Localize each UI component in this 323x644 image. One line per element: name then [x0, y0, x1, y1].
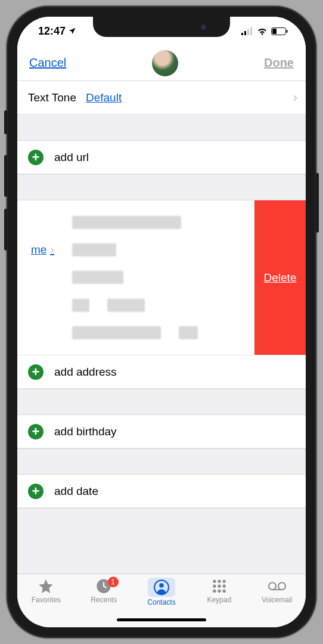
- tab-label: Favorites: [32, 596, 61, 604]
- wifi-icon: [257, 27, 268, 35]
- phone-frame: 12:47 Cancel Done Text Tone Default › +: [7, 6, 316, 638]
- clock-label: 12:47: [38, 25, 66, 38]
- svg-rect-3: [250, 27, 252, 35]
- section-gap: [17, 389, 306, 415]
- star-icon: [38, 578, 54, 595]
- section-gap: [17, 174, 306, 200]
- tab-label: Contacts: [147, 598, 175, 606]
- plus-icon: +: [28, 424, 44, 439]
- text-tone-row[interactable]: Text Tone Default ›: [17, 81, 306, 114]
- volume-down: [4, 209, 7, 250]
- tab-label: Voicemail: [262, 596, 292, 604]
- svg-point-17: [218, 589, 220, 592]
- svg-point-19: [269, 583, 276, 590]
- tab-favorites[interactable]: Favorites: [17, 578, 75, 615]
- content-scroll[interactable]: Text Tone Default › + add url me ›: [17, 81, 306, 574]
- svg-point-10: [213, 580, 216, 583]
- screen: 12:47 Cancel Done Text Tone Default › +: [17, 17, 306, 627]
- notch: [93, 17, 230, 37]
- add-address-row[interactable]: + add address: [17, 355, 306, 389]
- voicemail-icon: [268, 578, 287, 595]
- chevron-right-icon: ›: [50, 243, 54, 256]
- svg-rect-5: [272, 29, 277, 34]
- camera-dot: [201, 24, 206, 30]
- contact-icon: [154, 580, 169, 595]
- svg-point-14: [218, 584, 220, 587]
- address-type-partial: me: [31, 243, 46, 256]
- add-birthday-row[interactable]: + add birthday: [17, 415, 306, 448]
- redacted-line: [72, 271, 123, 284]
- text-tone-label: Text Tone: [28, 91, 76, 104]
- svg-point-15: [222, 584, 225, 587]
- redacted-line: [72, 299, 243, 312]
- done-button[interactable]: Done: [264, 56, 294, 70]
- section-gap: [17, 508, 306, 574]
- cellular-icon: [241, 27, 253, 35]
- tab-recents[interactable]: 1 Recents: [75, 578, 133, 615]
- battery-icon: [271, 27, 288, 35]
- text-tone-value: Default: [86, 91, 122, 104]
- add-date-row[interactable]: + add date: [17, 475, 306, 508]
- delete-button[interactable]: Delete: [254, 200, 306, 355]
- tab-keypad[interactable]: Keypad: [190, 578, 248, 615]
- volume-up: [4, 155, 7, 197]
- power-button: [316, 173, 319, 233]
- svg-point-9: [159, 583, 164, 588]
- avatar[interactable]: [152, 50, 178, 76]
- svg-rect-1: [244, 31, 246, 35]
- add-date-label: add date: [54, 485, 98, 498]
- address-swipe-row[interactable]: me › Delete: [17, 200, 306, 355]
- home-indicator[interactable]: [117, 618, 206, 621]
- plus-icon: +: [28, 364, 44, 380]
- plus-icon: +: [28, 484, 44, 499]
- delete-label: Delete: [264, 271, 297, 284]
- add-url-label: add url: [54, 151, 89, 164]
- address-type-button[interactable]: me ›: [17, 200, 54, 355]
- section-gap: [17, 114, 306, 141]
- svg-point-20: [278, 583, 285, 590]
- section-gap: [17, 448, 306, 475]
- tab-label: Keypad: [207, 596, 231, 604]
- redacted-address: [54, 200, 254, 355]
- cancel-button[interactable]: Cancel: [29, 56, 66, 70]
- redacted-line: [72, 326, 243, 339]
- svg-rect-0: [241, 33, 243, 35]
- recents-badge: 1: [108, 577, 119, 587]
- add-url-row[interactable]: + add url: [17, 141, 306, 174]
- tab-contacts[interactable]: Contacts: [133, 578, 191, 615]
- add-address-label: add address: [54, 366, 117, 379]
- svg-point-16: [213, 589, 216, 592]
- svg-rect-6: [287, 30, 288, 33]
- add-birthday-label: add birthday: [54, 425, 117, 438]
- redacted-line: [72, 243, 116, 256]
- chevron-right-icon: ›: [293, 90, 297, 106]
- svg-point-12: [222, 580, 225, 583]
- tab-label: Recents: [91, 596, 117, 604]
- mute-switch: [4, 110, 7, 134]
- svg-point-11: [218, 580, 220, 583]
- keypad-icon: [211, 578, 228, 595]
- status-time: 12:47: [38, 25, 76, 38]
- nav-bar: Cancel Done: [17, 45, 306, 81]
- svg-rect-2: [247, 29, 249, 35]
- redacted-line: [72, 216, 181, 229]
- svg-point-18: [222, 589, 225, 592]
- plus-icon: +: [28, 150, 44, 165]
- location-icon: [68, 27, 76, 35]
- tab-voicemail[interactable]: Voicemail: [248, 578, 306, 615]
- svg-point-13: [213, 584, 216, 587]
